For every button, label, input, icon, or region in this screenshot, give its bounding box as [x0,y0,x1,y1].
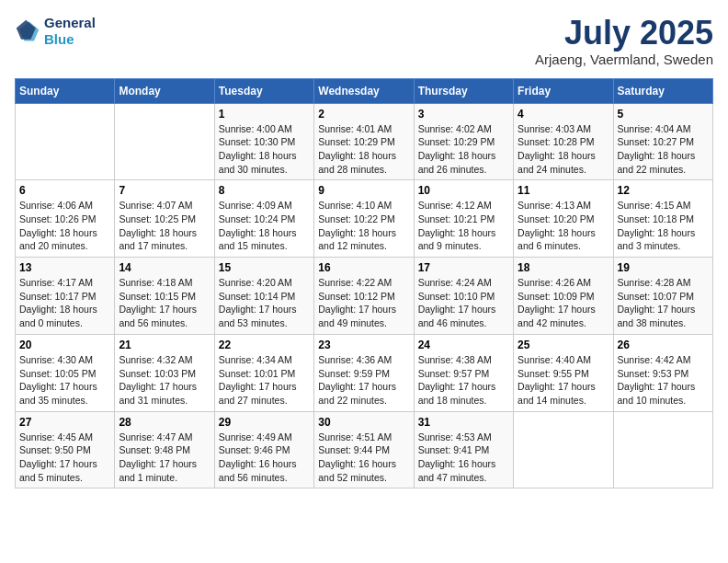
day-info: Sunrise: 4:28 AM Sunset: 10:07 PM Daylig… [618,276,709,330]
weekday-header: Monday [115,78,214,103]
calendar-cell: 5Sunrise: 4:04 AM Sunset: 10:27 PM Dayli… [613,103,712,180]
day-info: Sunrise: 4:40 AM Sunset: 9:55 PM Dayligh… [518,353,609,408]
day-info: Sunrise: 4:42 AM Sunset: 9:53 PM Dayligh… [618,353,709,408]
weekday-header: Wednesday [314,78,414,103]
day-number: 4 [518,108,609,121]
calendar-week-row: 27Sunrise: 4:45 AM Sunset: 9:50 PM Dayli… [16,411,713,488]
calendar-cell [115,103,214,180]
day-number: 7 [119,184,210,197]
day-number: 2 [318,108,409,121]
page-header: General Blue July 2025 Arjaeng, Vaermlan… [15,15,713,67]
calendar-table: SundayMondayTuesdayWednesdayThursdayFrid… [15,78,713,489]
calendar-cell: 19Sunrise: 4:28 AM Sunset: 10:07 PM Dayl… [613,258,712,335]
weekday-header: Saturday [613,78,712,103]
title-block: July 2025 Arjaeng, Vaermland, Sweden [535,15,713,67]
day-info: Sunrise: 4:12 AM Sunset: 10:21 PM Daylig… [418,199,509,253]
calendar-week-row: 6Sunrise: 4:06 AM Sunset: 10:26 PM Dayli… [16,180,713,258]
calendar-cell: 1Sunrise: 4:00 AM Sunset: 10:30 PM Dayli… [214,103,313,180]
weekday-header-row: SundayMondayTuesdayWednesdayThursdayFrid… [16,78,713,103]
logo: General Blue [15,15,96,48]
calendar-cell: 9Sunrise: 4:10 AM Sunset: 10:22 PM Dayli… [314,180,414,258]
day-number: 28 [119,416,210,429]
calendar-cell: 30Sunrise: 4:51 AM Sunset: 9:44 PM Dayli… [314,411,414,488]
day-info: Sunrise: 4:45 AM Sunset: 9:50 PM Dayligh… [19,431,110,485]
day-number: 31 [418,416,509,429]
day-info: Sunrise: 4:06 AM Sunset: 10:26 PM Daylig… [19,199,110,253]
calendar-cell: 10Sunrise: 4:12 AM Sunset: 10:21 PM Dayl… [414,180,513,258]
day-info: Sunrise: 4:36 AM Sunset: 9:59 PM Dayligh… [318,353,409,408]
day-info: Sunrise: 4:03 AM Sunset: 10:28 PM Daylig… [518,122,609,177]
calendar-week-row: 20Sunrise: 4:30 AM Sunset: 10:05 PM Dayl… [16,334,713,411]
calendar-cell: 23Sunrise: 4:36 AM Sunset: 9:59 PM Dayli… [314,334,414,411]
calendar-cell [514,411,613,488]
day-info: Sunrise: 4:24 AM Sunset: 10:10 PM Daylig… [418,276,509,330]
calendar-cell: 20Sunrise: 4:30 AM Sunset: 10:05 PM Dayl… [16,334,115,411]
day-info: Sunrise: 4:00 AM Sunset: 10:30 PM Daylig… [219,122,310,177]
day-info: Sunrise: 4:53 AM Sunset: 9:41 PM Dayligh… [418,431,509,485]
day-number: 26 [618,339,709,351]
day-number: 16 [318,261,409,274]
day-number: 21 [119,339,210,351]
calendar-cell: 16Sunrise: 4:22 AM Sunset: 10:12 PM Dayl… [314,258,414,335]
day-info: Sunrise: 4:51 AM Sunset: 9:44 PM Dayligh… [318,431,409,485]
calendar-cell: 25Sunrise: 4:40 AM Sunset: 9:55 PM Dayli… [514,334,613,411]
calendar-cell: 27Sunrise: 4:45 AM Sunset: 9:50 PM Dayli… [16,411,115,488]
calendar-cell: 21Sunrise: 4:32 AM Sunset: 10:03 PM Dayl… [115,334,214,411]
calendar-cell: 26Sunrise: 4:42 AM Sunset: 9:53 PM Dayli… [613,334,712,411]
day-number: 15 [219,261,310,274]
calendar-cell: 22Sunrise: 4:34 AM Sunset: 10:01 PM Dayl… [214,334,313,411]
calendar-cell: 14Sunrise: 4:18 AM Sunset: 10:15 PM Dayl… [115,258,214,335]
day-number: 19 [618,261,709,274]
day-info: Sunrise: 4:13 AM Sunset: 10:20 PM Daylig… [518,199,609,253]
day-number: 17 [418,261,509,274]
day-info: Sunrise: 4:02 AM Sunset: 10:29 PM Daylig… [418,122,509,177]
calendar-cell: 29Sunrise: 4:49 AM Sunset: 9:46 PM Dayli… [214,411,313,488]
month-title: July 2025 [535,15,713,52]
day-number: 10 [418,184,509,197]
calendar-cell: 8Sunrise: 4:09 AM Sunset: 10:24 PM Dayli… [214,180,313,258]
day-number: 5 [618,108,709,121]
calendar-cell [16,103,115,180]
calendar-cell: 24Sunrise: 4:38 AM Sunset: 9:57 PM Dayli… [414,334,513,411]
day-number: 14 [119,261,210,274]
day-number: 30 [318,416,409,429]
day-number: 1 [219,108,310,121]
location-title: Arjaeng, Vaermland, Sweden [535,52,713,67]
day-info: Sunrise: 4:30 AM Sunset: 10:05 PM Daylig… [19,353,110,408]
day-number: 20 [19,339,110,351]
day-info: Sunrise: 4:15 AM Sunset: 10:18 PM Daylig… [618,199,709,253]
day-number: 9 [318,184,409,197]
weekday-header: Thursday [414,78,513,103]
day-number: 13 [19,261,110,274]
weekday-header: Tuesday [214,78,313,103]
day-info: Sunrise: 4:09 AM Sunset: 10:24 PM Daylig… [219,199,310,253]
day-number: 8 [219,184,310,197]
day-info: Sunrise: 4:47 AM Sunset: 9:48 PM Dayligh… [119,431,210,485]
calendar-week-row: 13Sunrise: 4:17 AM Sunset: 10:17 PM Dayl… [16,258,713,335]
logo-icon [15,18,40,44]
calendar-cell: 28Sunrise: 4:47 AM Sunset: 9:48 PM Dayli… [115,411,214,488]
calendar-cell: 2Sunrise: 4:01 AM Sunset: 10:29 PM Dayli… [314,103,414,180]
calendar-cell: 12Sunrise: 4:15 AM Sunset: 10:18 PM Dayl… [613,180,712,258]
weekday-header: Friday [514,78,613,103]
calendar-cell: 4Sunrise: 4:03 AM Sunset: 10:28 PM Dayli… [514,103,613,180]
logo-line2: Blue [44,31,96,48]
day-number: 23 [318,339,409,351]
logo-line1: General [44,15,96,31]
day-info: Sunrise: 4:18 AM Sunset: 10:15 PM Daylig… [119,276,210,330]
day-info: Sunrise: 4:04 AM Sunset: 10:27 PM Daylig… [618,122,709,177]
day-info: Sunrise: 4:01 AM Sunset: 10:29 PM Daylig… [318,122,409,177]
day-info: Sunrise: 4:38 AM Sunset: 9:57 PM Dayligh… [418,353,509,408]
day-number: 25 [518,339,609,351]
calendar-cell: 31Sunrise: 4:53 AM Sunset: 9:41 PM Dayli… [414,411,513,488]
calendar-week-row: 1Sunrise: 4:00 AM Sunset: 10:30 PM Dayli… [16,103,713,180]
day-number: 22 [219,339,310,351]
day-number: 24 [418,339,509,351]
day-info: Sunrise: 4:26 AM Sunset: 10:09 PM Daylig… [518,276,609,330]
day-number: 29 [219,416,310,429]
day-info: Sunrise: 4:20 AM Sunset: 10:14 PM Daylig… [219,276,310,330]
day-info: Sunrise: 4:32 AM Sunset: 10:03 PM Daylig… [119,353,210,408]
day-info: Sunrise: 4:22 AM Sunset: 10:12 PM Daylig… [318,276,409,330]
calendar-cell: 11Sunrise: 4:13 AM Sunset: 10:20 PM Dayl… [514,180,613,258]
calendar-cell: 6Sunrise: 4:06 AM Sunset: 10:26 PM Dayli… [16,180,115,258]
